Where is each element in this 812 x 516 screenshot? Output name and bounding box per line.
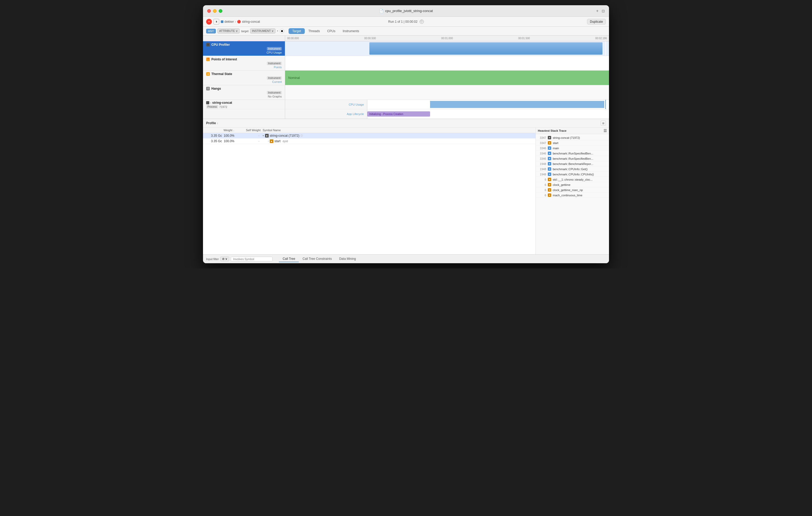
add-icon[interactable]: + — [596, 9, 599, 13]
process-pid: 71972 — [219, 105, 227, 109]
filter-mode-button[interactable]: ⊘ ∨ — [220, 256, 229, 262]
bottom-tab-call-tree[interactable]: Call Tree — [279, 256, 299, 262]
h-name-11: mach_continuous_time — [553, 194, 607, 197]
points-row[interactable]: 📍 Points of Interest Instrument Points — [203, 56, 609, 70]
nav-tabs: Target Threads CPUs Instruments — [289, 28, 362, 34]
cpu-usage-fill — [369, 42, 603, 55]
thermal-badge: Instrument — [267, 76, 282, 80]
process-chevron[interactable]: › — [210, 101, 211, 104]
tree-row-process[interactable]: 3.35 Gc 100.0% - ▾ ■ string-concat (7197… — [203, 133, 535, 139]
tab-cpus[interactable]: CPUs — [324, 28, 339, 34]
bottom-tab-constraints[interactable]: Call Tree Constraints — [299, 256, 336, 262]
points-track — [285, 56, 609, 70]
tree-expand-0[interactable]: ▾ — [263, 134, 264, 137]
heaviest-item-3[interactable]: 3346 ■ benchmark::RunSpecifiedBen... — [536, 151, 609, 156]
filter-dot: • — [277, 29, 278, 33]
heaviest-item-5[interactable]: 1948 ■ benchmark::BenchmarkRepor... — [536, 161, 609, 166]
any-filter-tag[interactable]: ANY — [206, 29, 216, 33]
bottom-tab-data-mining[interactable]: Data Mining — [336, 256, 359, 262]
h-icon-7: ■ — [548, 173, 551, 176]
h-count-2: 3346 — [538, 147, 546, 150]
tree-info-0[interactable]: ⓘ — [300, 134, 303, 138]
tree-row-start[interactable]: 3.35 Gc 100.0% - › ■ start dyld — [203, 139, 535, 144]
tab-target[interactable]: Target — [289, 28, 304, 34]
process-cpu-row[interactable]: › string-concat Process 71972 CPU Usage — [203, 100, 609, 109]
lifecycle-sublabel-text: App Lifecycle — [347, 113, 364, 116]
thermal-track: Nominal — [285, 70, 609, 85]
heaviest-header: Heaviest Stack Trace ☰ — [536, 127, 609, 134]
h-count-0: 3347 — [538, 136, 546, 139]
hangs-label[interactable]: ⏱ Hangs Instrument No Graphs — [203, 85, 285, 99]
cpu-profiler-icon: 🖥 — [206, 43, 210, 47]
profile-info-button[interactable]: ⊞ — [601, 121, 606, 126]
hangs-header: ⏱ Hangs — [206, 87, 282, 90]
minimize-button[interactable] — [213, 9, 216, 13]
heaviest-item-1[interactable]: 3347 ■ start — [536, 140, 609, 146]
process-label[interactable]: › string-concat Process 71972 — [203, 100, 285, 109]
heaviest-item-2[interactable]: 3346 ■ main — [536, 146, 609, 151]
duplicate-button[interactable]: Duplicate — [587, 19, 606, 25]
col-self-header[interactable]: Self Weight — [236, 129, 263, 132]
profile-sort-icon[interactable]: ↕ — [217, 122, 218, 125]
heaviest-title: Heaviest Stack Trace — [538, 129, 567, 132]
points-badge: Instrument — [267, 62, 282, 65]
cpu-profiler-badge: Instrument — [267, 47, 282, 51]
h-icon-11: ■ — [548, 193, 551, 197]
tab-instruments[interactable]: Instruments — [339, 28, 363, 34]
tree-expand-1[interactable]: › — [268, 140, 269, 143]
points-badge-row: Instrument — [206, 62, 282, 65]
symbol-name-label: Symbol Name — [263, 129, 281, 132]
close-button[interactable] — [207, 9, 211, 13]
process-lifecycle-row[interactable]: App Lifecycle Initializing - Process Cre… — [203, 109, 609, 119]
cpu-profiler-label[interactable]: 🖥 CPU Profiler Instrument CPU Usage — [203, 41, 285, 56]
breadcrumb: dekker › 🔴 string-concat — [221, 20, 260, 24]
maximize-button[interactable] — [219, 9, 222, 13]
stop-filter-button[interactable]: ⏹ — [280, 29, 284, 33]
thermal-sublabel-row: Current — [206, 80, 282, 83]
breadcrumb-separator: › — [235, 20, 236, 24]
record-button[interactable]: ● — [206, 19, 212, 25]
cpu-profiler-badge-row: Instrument — [206, 47, 282, 51]
heaviest-item-7[interactable]: 1948 ■ benchmark::CPUInfo::CPUInfo() — [536, 172, 609, 177]
process-label-inner: › string-concat Process 71972 — [206, 101, 282, 109]
input-filter: Input filter ⊘ ∨ — [206, 256, 272, 262]
target-label: target — [241, 30, 249, 33]
main-content: 00:00.000 00:00.500 00:01.000 00:01.500 … — [203, 35, 609, 263]
h-count-3: 3346 — [538, 152, 546, 155]
heaviest-item-0[interactable]: 3347 ■ string-concat (71972) — [536, 135, 609, 140]
tab-threads[interactable]: Threads — [305, 28, 324, 34]
lifecycle-track: Initializing - Process Creation — [367, 109, 609, 119]
toolbar-left: ● ⏸ dekker › 🔴 string-concat — [206, 19, 260, 25]
heaviest-item-10[interactable]: 6 ■ clock_gettime_nsec_np — [536, 187, 609, 193]
thermal-row[interactable]: 🌡 Thermal State Instrument Current Nomin… — [203, 70, 609, 85]
heaviest-item-4[interactable]: 3346 ■ benchmark::RunSpecifiedBen... — [536, 156, 609, 161]
thermal-label[interactable]: 🌡 Thermal State Instrument Current — [203, 70, 285, 85]
heaviest-item-8[interactable]: 6 ■ std::__1::chrono::steady_cloc... — [536, 177, 609, 182]
process-row-group: › string-concat Process 71972 CPU Usage — [203, 100, 609, 119]
heaviest-filter-icon[interactable]: ☰ — [604, 129, 607, 133]
thermal-icon: 🌡 — [206, 72, 210, 76]
tree-name-1: start — [274, 139, 281, 143]
tree-weight-1: 3.35 Gc 100.0% — [205, 139, 236, 143]
instrument-filter-tag[interactable]: INSTRUMENT ∨ — [250, 29, 276, 33]
cpu-profiler-row[interactable]: 🖥 CPU Profiler Instrument CPU Usage — [203, 41, 609, 56]
window-resize-icon[interactable]: ⊡ — [602, 9, 605, 13]
heaviest-list: 3347 ■ string-concat (71972) 3347 ■ star… — [536, 134, 609, 254]
filter-input[interactable] — [231, 257, 272, 262]
run-info-icon[interactable]: ⓘ — [419, 20, 424, 24]
toolbar: ● ⏸ dekker › 🔴 string-concat Run 1 of 1 … — [203, 17, 609, 27]
heaviest-item-6[interactable]: 1948 ■ benchmark::CPUInfo::Get() — [536, 166, 609, 172]
title-bar: 📄 cpu_profile_jviotti_string-concat + ⊡ — [203, 5, 609, 17]
timeline-ruler: 00:00.000 00:00.500 00:01.000 00:01.500 … — [203, 35, 609, 41]
h-count-11: 6 — [538, 194, 546, 197]
points-label[interactable]: 📍 Points of Interest Instrument Points — [203, 56, 285, 70]
heaviest-item-9[interactable]: 6 ■ clock_gettime — [536, 182, 609, 187]
self-dash-0: - — [258, 134, 260, 138]
hangs-row[interactable]: ⏱ Hangs Instrument No Graphs — [203, 85, 609, 100]
hangs-badge: Instrument — [267, 91, 282, 94]
attribute-filter-tag[interactable]: ATTRIBUTE ∨ — [218, 29, 240, 33]
pause-button[interactable]: ⏸ — [213, 19, 219, 25]
col-weight-header[interactable]: Weight ↓ — [205, 129, 236, 132]
ruler-mark-0: 00:00.000 — [287, 37, 299, 40]
heaviest-item-11[interactable]: 6 ■ mach_continuous_time — [536, 193, 609, 198]
